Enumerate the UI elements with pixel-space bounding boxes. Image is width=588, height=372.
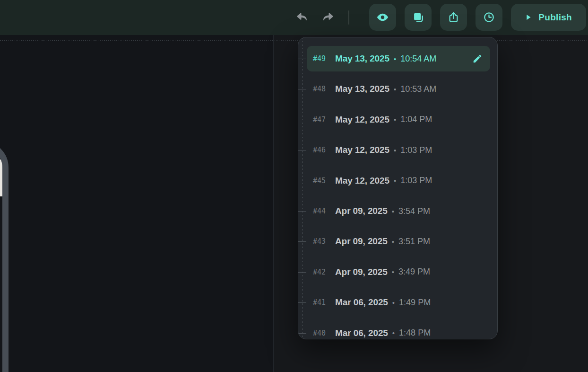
redo-button[interactable]: [321, 11, 334, 24]
copy-icon: [412, 11, 424, 24]
timeline-tick: [298, 59, 306, 59]
version-row[interactable]: #47 May 12, 2025 • 1:04 PM: [307, 107, 490, 133]
canvas-divider-line: [273, 35, 274, 372]
redo-arrow-icon: [321, 11, 334, 24]
version-row[interactable]: #48 May 13, 2025 • 10:53 AM: [307, 76, 490, 102]
version-number: #40: [313, 329, 335, 337]
preview-button[interactable]: [369, 4, 396, 31]
version-history-panel: #49 May 13, 2025 • 10:54 AM #48 May 13, …: [298, 37, 498, 339]
version-number: #46: [313, 146, 335, 154]
version-date: Apr 09, 2025: [335, 236, 388, 247]
version-number: #41: [313, 298, 335, 307]
version-time: 1:03 PM: [400, 145, 432, 155]
top-toolbar: Publish: [0, 0, 588, 35]
version-date: May 13, 2025: [335, 84, 389, 94]
version-timeline-dashed-line: [302, 37, 303, 339]
toolbar-actions: Publish: [295, 4, 586, 31]
eye-icon: [376, 11, 389, 24]
version-time: 10:53 AM: [400, 84, 436, 94]
version-date: May 12, 2025: [335, 115, 389, 125]
app-screen: Publish #49 May 13, 2025 • 10:54 AM #48 …: [0, 0, 588, 372]
version-time: 1:04 PM: [400, 115, 432, 124]
separator-dot-icon: •: [394, 177, 396, 185]
version-history-button[interactable]: [476, 4, 502, 31]
version-number: #48: [313, 85, 335, 93]
version-date: Apr 09, 2025: [335, 267, 388, 277]
share-upload-icon: [447, 11, 460, 24]
play-icon: [524, 13, 532, 21]
timeline-tick: [298, 302, 306, 303]
clock-icon: [483, 11, 495, 24]
separator-dot-icon: •: [392, 299, 395, 307]
timeline-tick: [298, 211, 306, 212]
separator-dot-icon: •: [394, 85, 396, 93]
timeline-tick: [298, 241, 306, 242]
version-time: 10:54 AM: [400, 54, 436, 64]
separator-dot-icon: •: [394, 146, 396, 154]
timeline-tick: [298, 272, 306, 273]
separator-dot-icon: •: [392, 329, 395, 337]
version-row[interactable]: #43 Apr 09, 2025 • 3:51 PM: [307, 229, 490, 254]
version-date: Mar 06, 2025: [335, 297, 388, 308]
version-date: May 13, 2025: [335, 53, 389, 64]
duplicate-button[interactable]: [405, 4, 432, 31]
timeline-tick: [298, 150, 306, 151]
version-date: May 12, 2025: [335, 176, 389, 186]
undo-redo-group: [295, 11, 334, 24]
version-time: 1:48 PM: [399, 328, 431, 338]
version-date: Apr 09, 2025: [335, 206, 388, 216]
version-number: #43: [313, 237, 335, 246]
version-row[interactable]: #42 Apr 09, 2025 • 3:49 PM: [307, 259, 490, 285]
undo-button[interactable]: [295, 11, 309, 24]
version-number: #45: [313, 177, 335, 185]
version-number: #49: [313, 54, 335, 63]
timeline-tick: [298, 181, 306, 181]
version-date: May 12, 2025: [335, 145, 389, 155]
version-row[interactable]: #41 Mar 06, 2025 • 1:49 PM: [307, 290, 490, 315]
version-time: 3:49 PM: [398, 267, 430, 277]
publish-label: Publish: [538, 12, 572, 23]
timeline-tick: [298, 89, 306, 89]
version-number: #42: [313, 268, 335, 276]
separator-dot-icon: •: [394, 55, 396, 63]
version-time: 3:54 PM: [398, 206, 430, 216]
version-row[interactable]: #44 Apr 09, 2025 • 3:54 PM: [307, 198, 490, 224]
share-button[interactable]: [440, 4, 467, 31]
edit-pencil-icon[interactable]: [472, 53, 483, 64]
timeline-tick: [298, 333, 306, 334]
separator-dot-icon: •: [392, 268, 394, 276]
version-time: 3:51 PM: [398, 237, 430, 247]
version-time: 1:49 PM: [399, 298, 431, 308]
separator-dot-icon: •: [392, 207, 394, 215]
version-row[interactable]: #45 May 12, 2025 • 1:03 PM: [307, 168, 490, 194]
canvas-area-left[interactable]: [0, 35, 273, 372]
separator-dot-icon: •: [394, 115, 396, 124]
version-row[interactable]: #40 Mar 06, 2025 • 1:48 PM: [307, 320, 490, 339]
version-number: #44: [313, 207, 335, 215]
toolbar-divider: [348, 10, 349, 25]
version-date: Mar 06, 2025: [335, 328, 388, 338]
publish-button[interactable]: Publish: [511, 4, 586, 31]
version-number: #47: [313, 115, 335, 124]
version-row[interactable]: #49 May 13, 2025 • 10:54 AM: [307, 46, 490, 71]
separator-dot-icon: •: [392, 238, 394, 246]
undo-arrow-icon: [296, 11, 309, 24]
version-row[interactable]: #46 May 12, 2025 • 1:03 PM: [307, 137, 490, 163]
version-time: 1:03 PM: [400, 176, 432, 186]
timeline-tick: [298, 120, 306, 120]
device-frame-corner: [0, 141, 9, 372]
canvas-dotted-guide-line: [0, 40, 588, 41]
